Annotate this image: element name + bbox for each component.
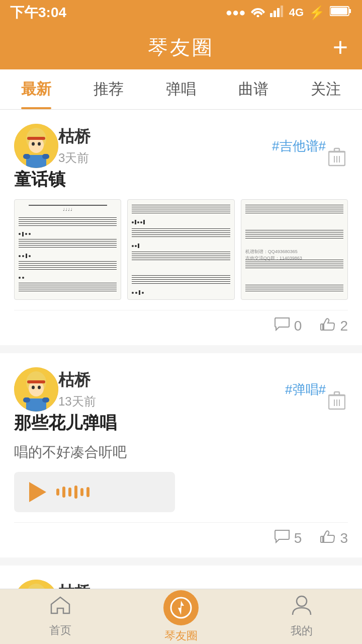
avatar[interactable]: [14, 124, 58, 168]
qinyouquan-icon: [163, 590, 199, 625]
svg-rect-1: [270, 13, 273, 17]
wifi-signal-icon: [251, 5, 265, 20]
comment-count: 5: [294, 530, 302, 546]
svg-rect-30: [23, 397, 30, 403]
content-area: 枯桥 3天前 #吉他谱# 童话镇: [0, 110, 362, 644]
post-header: 枯桥 3天前 #吉他谱#: [14, 124, 348, 168]
like-stat[interactable]: 2: [320, 316, 348, 335]
post-username: 枯桥: [58, 126, 90, 148]
sheet-thumb-1[interactable]: ♩♩♩♩: [14, 199, 121, 300]
post-title: 童话镇: [14, 168, 348, 191]
bottom-nav: 首页 琴友圈 我的: [0, 589, 362, 644]
nav-home[interactable]: 首页: [0, 595, 121, 638]
post-card: 枯桥 13天前 #弹唱# 那些花儿弹唱: [0, 353, 362, 557]
nav-qinyouquan[interactable]: 琴友圈: [121, 590, 241, 643]
svg-rect-3: [277, 8, 280, 17]
tab-score[interactable]: 曲谱: [217, 69, 290, 109]
comment-stat[interactable]: 0: [274, 316, 302, 335]
post-footer: 5 3: [14, 522, 348, 547]
post-time: 3天前: [58, 150, 90, 166]
post-user-section: 枯桥 13天前 #弹唱#: [58, 369, 326, 410]
user-icon: [292, 595, 312, 620]
delete-button[interactable]: [326, 146, 348, 168]
sheet-thumb-3[interactable]: 机谱制谱：QQ493680365 吉他交流QQ群：114039863: [241, 199, 348, 300]
post-top-row: 枯桥 13天前 #弹唱#: [58, 369, 326, 410]
svg-point-56: [297, 596, 307, 606]
network-type: 4G: [289, 6, 304, 19]
post-tag[interactable]: #弹唱#: [285, 381, 326, 398]
comment-stat[interactable]: 5: [274, 529, 302, 547]
svg-rect-34: [334, 392, 339, 395]
status-bar: 下午3:04 ●●● 4G ⚡: [0, 0, 362, 25]
svg-rect-18: [334, 148, 339, 151]
like-count: 2: [340, 318, 348, 334]
nav-home-label: 首页: [49, 623, 71, 638]
nav-mine[interactable]: 我的: [241, 595, 362, 638]
comment-icon: [274, 316, 290, 335]
signal-bars-icon: [270, 5, 284, 20]
post-user-section: 枯桥 3天前 #吉他谱#: [58, 126, 326, 166]
svg-point-27: [32, 386, 35, 389]
svg-point-12: [38, 142, 41, 146]
like-icon: [320, 529, 336, 547]
tab-play[interactable]: 弹唱: [145, 69, 217, 109]
delete-button[interactable]: [326, 389, 348, 412]
tab-recommend[interactable]: 推荐: [72, 69, 145, 109]
post-description: 唱的不好凑合听吧: [14, 443, 348, 462]
svg-rect-7: [349, 9, 351, 13]
post-card: 枯桥 3天前 #吉他谱# 童话镇: [0, 110, 362, 345]
bolt-icon: ⚡: [309, 5, 325, 21]
avatar[interactable]: [14, 367, 58, 412]
svg-point-11: [32, 142, 35, 146]
svg-rect-6: [331, 8, 347, 15]
tab-bar: 最新 推荐 弹唱 曲谱 关注: [0, 69, 362, 110]
like-count: 3: [340, 530, 348, 546]
wifi-icon: ●●●: [226, 6, 246, 19]
sound-waves: [56, 486, 89, 499]
status-time: 下午3:04: [10, 3, 66, 22]
tab-latest[interactable]: 最新: [0, 69, 72, 109]
home-icon: [49, 595, 71, 620]
post-time: 13天前: [58, 393, 96, 410]
post-title: 那些花儿弹唱: [14, 412, 348, 435]
header: 琴友圈 +: [0, 25, 362, 69]
post-tag[interactable]: #吉他谱#: [272, 137, 326, 155]
svg-rect-4: [281, 6, 283, 17]
svg-rect-14: [23, 154, 30, 159]
status-icons: ●●● 4G ⚡: [226, 5, 352, 21]
sheet-thumb-2[interactable]: [127, 199, 234, 300]
svg-rect-16: [27, 137, 45, 140]
post-header: 枯桥 13天前 #弹唱#: [14, 367, 348, 412]
svg-rect-31: [42, 397, 49, 403]
like-stat[interactable]: 3: [320, 529, 348, 547]
tab-follow[interactable]: 关注: [290, 69, 362, 109]
comment-count: 0: [294, 318, 302, 334]
svg-point-0: [256, 15, 259, 18]
svg-rect-15: [42, 154, 49, 159]
like-icon: [320, 316, 336, 335]
post-footer: 0 2: [14, 310, 348, 335]
post-top-row: 枯桥 3天前 #吉他谱#: [58, 126, 326, 166]
svg-rect-2: [274, 11, 276, 17]
svg-point-28: [38, 386, 41, 389]
comment-icon: [274, 529, 290, 547]
add-button[interactable]: +: [333, 34, 348, 60]
nav-qinyouquan-label: 琴友圈: [164, 628, 198, 643]
audio-player[interactable]: [14, 472, 175, 512]
play-button[interactable]: [29, 482, 46, 502]
header-title: 琴友圈: [148, 34, 214, 61]
nav-mine-label: 我的: [291, 623, 313, 638]
post-username: 枯桥: [58, 369, 96, 391]
svg-rect-32: [27, 380, 45, 383]
sheet-music-row: ♩♩♩♩: [14, 199, 348, 300]
battery-icon: [330, 6, 352, 20]
